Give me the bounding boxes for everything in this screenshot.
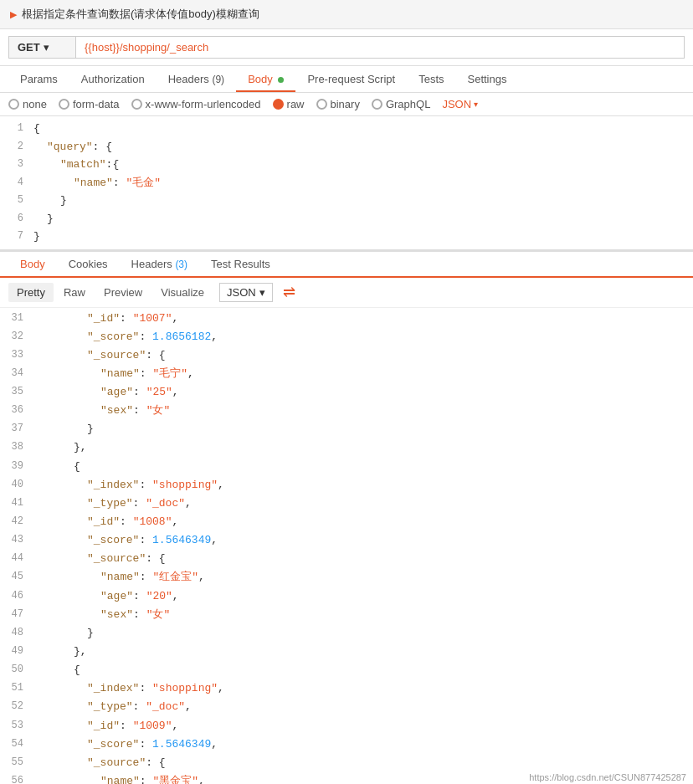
resp-line-34: 34 "name": "毛宁", [0, 365, 693, 383]
resp-line-51: 51 "_index": "shopping", [0, 679, 693, 698]
radio-binary-circle [316, 99, 327, 110]
resp-tab-body[interactable]: Body [8, 252, 57, 276]
resp-tab-cookies[interactable]: Cookies [57, 252, 120, 276]
resp-line-52: 52 "_type": "_doc", [0, 698, 693, 716]
code-line-1: 1 { [0, 120, 693, 138]
wrap-button[interactable]: ⇌ [278, 283, 300, 301]
headers-badge: (9) [212, 74, 224, 85]
format-preview[interactable]: Preview [95, 283, 151, 302]
radio-raw-circle [273, 99, 284, 110]
resp-line-37: 37 } [0, 420, 693, 438]
code-line-3: 3 "match":{ [0, 156, 693, 174]
code-editor[interactable]: 1 { 2 "query": { 3 "match":{ 4 "name": "… [0, 116, 693, 252]
resp-line-35: 35 "age": "25", [0, 383, 693, 402]
resp-line-43: 43 "_score": 1.5646349, [0, 531, 693, 550]
radio-graphql-circle [372, 99, 382, 110]
resp-line-44: 44 "_source": { [0, 550, 693, 568]
radio-urlencoded-circle [131, 99, 142, 110]
body-active-dot [278, 77, 284, 83]
request-tabs: Params Authorization Headers (9) Body Pr… [0, 66, 693, 93]
resp-line-38: 38 }, [0, 438, 693, 457]
resp-line-55: 55 "_source": { [0, 754, 693, 772]
radio-form-data-circle [59, 99, 69, 110]
resp-line-49: 49 }, [0, 643, 693, 661]
resp-line-36: 36 "sex": "女" [0, 402, 693, 420]
tab-settings[interactable]: Settings [456, 66, 519, 92]
tab-pre-request[interactable]: Pre-request Script [295, 66, 407, 92]
json-format-dropdown[interactable]: JSON ▾ [442, 98, 478, 110]
resp-line-53: 53 "_id": "1009", [0, 717, 693, 735]
method-dropdown[interactable]: GET ▾ [8, 36, 75, 59]
resp-line-48: 48 } [0, 624, 693, 643]
method-chevron-icon: ▾ [44, 41, 49, 54]
tab-tests[interactable]: Tests [407, 66, 455, 92]
resp-line-31: 31 "_id": "1007", [0, 310, 693, 328]
response-tabs: Body Cookies Headers (3) Test Results [0, 252, 693, 278]
footer-url: https://blog.csdn.net/CSUN877425287 [522, 771, 693, 784]
format-pretty[interactable]: Pretty [8, 283, 54, 302]
resp-line-54: 54 "_score": 1.5646349, [0, 735, 693, 754]
code-line-5: 5 } [0, 192, 693, 210]
resp-json-chevron-icon: ▾ [259, 286, 265, 299]
tab-body[interactable]: Body [236, 66, 295, 92]
url-bar: GET ▾ [0, 29, 693, 66]
radio-none[interactable]: none [8, 98, 47, 110]
resp-line-41: 41 "_type": "_doc", [0, 494, 693, 513]
resp-line-46: 46 "age": "20", [0, 587, 693, 606]
code-line-4: 4 "name": "毛金" [0, 174, 693, 192]
radio-graphql[interactable]: GraphQL [372, 98, 430, 110]
resp-line-50: 50 { [0, 661, 693, 679]
format-raw[interactable]: Raw [55, 283, 94, 302]
resp-line-45: 45 "name": "红金宝", [0, 568, 693, 587]
resp-line-40: 40 "_index": "shopping", [0, 476, 693, 494]
top-bar: ▶ 根据指定条件查询数据(请求体传值body)模糊查询 [0, 0, 693, 29]
response-format-row: Pretty Raw Preview Visualize JSON ▾ ⇌ [0, 278, 693, 308]
expand-arrow-icon[interactable]: ▶ [10, 9, 17, 20]
body-type-row: none form-data x-www-form-urlencoded raw… [0, 93, 693, 116]
resp-tab-test-results[interactable]: Test Results [199, 252, 282, 276]
resp-json-dropdown[interactable]: JSON ▾ [219, 283, 273, 302]
response-body: 31 "_id": "1007", 32 "_score": 1.8656182… [0, 308, 693, 785]
tab-authorization[interactable]: Authorization [69, 66, 157, 92]
resp-tab-headers[interactable]: Headers (3) [120, 252, 199, 276]
url-input[interactable] [75, 36, 685, 59]
tab-params[interactable]: Params [8, 66, 69, 92]
radio-form-data[interactable]: form-data [59, 98, 120, 110]
code-line-2: 2 "query": { [0, 138, 693, 156]
resp-line-42: 42 "_id": "1008", [0, 513, 693, 531]
format-visualize[interactable]: Visualize [152, 283, 213, 302]
resp-line-32: 32 "_score": 1.8656182, [0, 328, 693, 346]
radio-raw[interactable]: raw [273, 98, 305, 110]
resp-headers-badge: (3) [175, 259, 187, 270]
resp-line-33: 33 "_source": { [0, 346, 693, 365]
code-line-7: 7 } [0, 228, 693, 246]
json-chevron-icon: ▾ [474, 100, 478, 109]
tab-headers[interactable]: Headers (9) [157, 66, 236, 92]
radio-none-circle [8, 99, 19, 110]
method-label: GET [18, 41, 40, 54]
resp-line-47: 47 "sex": "女" [0, 606, 693, 624]
section-title: 根据指定条件查询数据(请求体传值body)模糊查询 [22, 7, 259, 22]
code-line-6: 6 } [0, 210, 693, 228]
resp-line-39: 39 { [0, 458, 693, 476]
radio-urlencoded[interactable]: x-www-form-urlencoded [131, 98, 261, 110]
radio-binary[interactable]: binary [316, 98, 360, 110]
